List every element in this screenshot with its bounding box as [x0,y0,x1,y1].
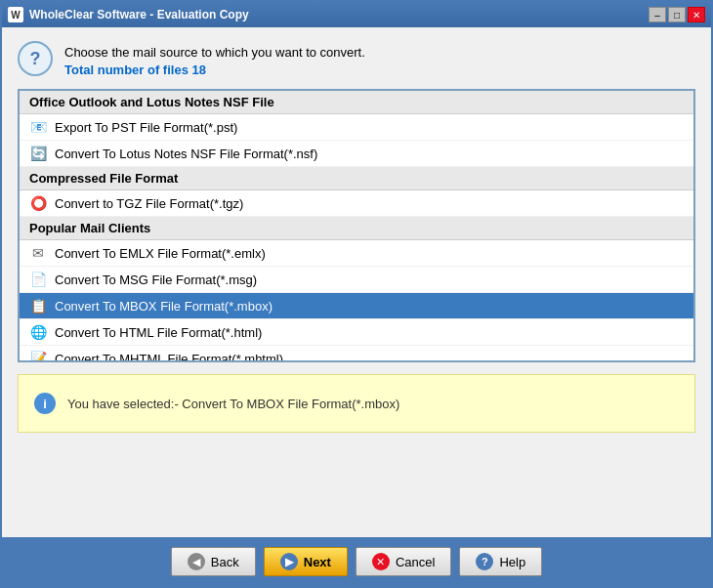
header-question-icon: ? [18,41,53,76]
close-button[interactable]: ✕ [688,7,705,22]
tgz-label: Convert to TGZ File Format(*.tgz) [55,196,243,211]
list-item-mhtml[interactable]: 📝 Convert To MHTML File Format(*.mhtml) [20,346,693,360]
header-text: Choose the mail source to which you want… [64,41,365,77]
nsf-icon: 🔄 [29,145,47,162]
next-icon: ▶ [280,553,298,570]
footer: ◀ Back ▶ Next ✕ Cancel ? Help [2,537,711,586]
group-header-office-lotus: Office Outlook and Lotus Notes NSF File [20,91,693,114]
list-item-html[interactable]: 🌐 Convert To HTML File Format(*.html) [20,319,693,346]
help-label: Help [499,555,525,569]
help-icon: ? [476,553,493,570]
help-button[interactable]: ? Help [459,547,542,576]
msg-label: Convert To MSG File Format(*.msg) [55,273,257,287]
next-label: Next [304,555,331,569]
title-bar-left: W WholeClear Software - Evaluation Copy [8,7,249,22]
pst-label: Export To PST File Format(*.pst) [55,120,237,135]
list-item-nsf[interactable]: 🔄 Convert To Lotus Notes NSF File Format… [20,141,693,167]
window-title: WholeClear Software - Evaluation Copy [29,8,249,21]
header-count-text: Total number of files 18 [64,63,365,77]
back-icon: ◀ [188,553,205,570]
header-main-text: Choose the mail source to which you want… [64,45,365,60]
mbox-icon: 📋 [29,297,47,315]
maximize-button[interactable]: □ [668,7,686,22]
emlx-label: Convert To EMLX File Format(*.emlx) [55,246,266,261]
list-item-msg[interactable]: 📄 Convert To MSG File Format(*.msg) [20,267,693,293]
list-item-mbox[interactable]: 📋 Convert To MBOX File Format(*.mbox) [20,293,693,319]
group-header-compressed: Compressed File Format [20,167,693,190]
main-window: W WholeClear Software - Evaluation Copy … [0,0,713,588]
content-area: ? Choose the mail source to which you wa… [2,27,711,537]
mhtml-icon: 📝 [29,350,47,360]
cancel-label: Cancel [396,555,435,569]
html-label: Convert To HTML File Format(*.html) [55,325,262,340]
selection-info-box: i You have selected:- Convert To MBOX Fi… [18,374,695,433]
emlx-icon: ✉ [29,244,47,262]
mhtml-label: Convert To MHTML File Format(*.mhtml) [55,352,283,361]
pst-icon: 📧 [29,118,47,136]
cancel-button[interactable]: ✕ Cancel [356,547,451,576]
back-button[interactable]: ◀ Back [171,547,256,576]
selection-info-text: You have selected:- Convert To MBOX File… [67,397,399,411]
cancel-icon: ✕ [372,553,390,570]
msg-icon: 📄 [29,271,47,288]
list-item-emlx[interactable]: ✉ Convert To EMLX File Format(*.emlx) [20,240,693,267]
format-list-container: Office Outlook and Lotus Notes NSF File … [18,89,695,362]
header-section: ? Choose the mail source to which you wa… [18,41,695,77]
minimize-button[interactable]: – [649,7,666,22]
next-button[interactable]: ▶ Next [264,547,348,576]
window-controls: – □ ✕ [649,7,705,22]
html-icon: 🌐 [29,323,47,341]
back-label: Back [211,555,239,569]
title-bar: W WholeClear Software - Evaluation Copy … [2,2,711,27]
info-icon: i [34,393,56,414]
list-item-pst[interactable]: 📧 Export To PST File Format(*.pst) [20,114,693,141]
tgz-icon: ⭕ [29,194,47,212]
list-item-tgz[interactable]: ⭕ Convert to TGZ File Format(*.tgz) [20,190,693,217]
group-header-popular: Popular Mail Clients [20,217,693,240]
nsf-label: Convert To Lotus Notes NSF File Format(*… [55,147,317,161]
app-icon: W [8,7,23,22]
format-list[interactable]: Office Outlook and Lotus Notes NSF File … [20,91,693,360]
mbox-label: Convert To MBOX File Format(*.mbox) [55,299,273,314]
